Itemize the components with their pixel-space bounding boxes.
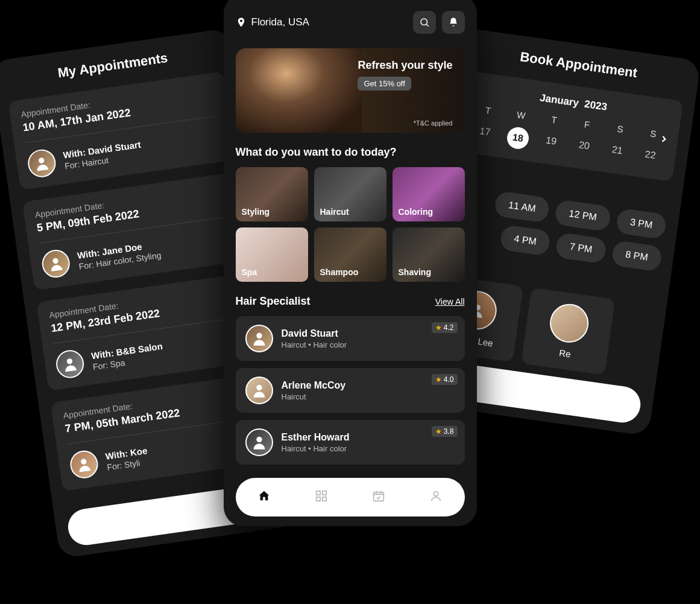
svg-rect-11 xyxy=(317,497,320,501)
time-slot[interactable]: 4 PM xyxy=(499,224,551,256)
avatar xyxy=(26,148,57,179)
rating-badge: ★4.2 xyxy=(432,322,458,333)
home-icon[interactable] xyxy=(175,509,177,520)
category-shaving[interactable]: Shaving xyxy=(393,227,465,282)
svg-point-5 xyxy=(421,19,427,25)
svg-point-14 xyxy=(434,492,438,496)
svg-rect-9 xyxy=(317,491,320,495)
notifications-button[interactable] xyxy=(442,11,465,34)
time-slot[interactable]: 11 AM xyxy=(494,191,550,223)
specialist-services: Haircut xyxy=(282,392,346,401)
specialist-services: Haircut • Hair color xyxy=(282,444,350,453)
specialist-card[interactable]: David Stuart Haircut • Hair color ★4.2 xyxy=(236,316,465,361)
star-icon: ★ xyxy=(435,375,442,384)
rating-badge: ★3.8 xyxy=(432,426,458,437)
specialist-name: Esther Howard xyxy=(282,432,350,443)
specialist-title: Hair Specialist xyxy=(236,295,311,308)
avatar xyxy=(54,348,86,380)
avatar xyxy=(245,325,273,352)
svg-point-8 xyxy=(256,437,262,442)
category-coloring[interactable]: Coloring xyxy=(393,167,465,221)
specialist-mini-card[interactable]: Re xyxy=(521,287,615,375)
calendar-day-selected[interactable]: 18 xyxy=(506,126,531,151)
location-pin-icon xyxy=(236,17,247,28)
calendar-day[interactable]: 20 xyxy=(567,135,601,161)
svg-point-1 xyxy=(52,258,59,264)
svg-rect-10 xyxy=(323,491,326,495)
bell-icon xyxy=(448,17,459,28)
category-styling[interactable]: Styling xyxy=(236,167,308,221)
specialist-name: David Stuart xyxy=(282,328,347,339)
time-slot[interactable]: 7 PM xyxy=(555,232,607,264)
category-haircut[interactable]: Haircut xyxy=(314,167,386,221)
svg-point-2 xyxy=(66,358,73,364)
search-button[interactable] xyxy=(413,11,436,34)
location-text: Florida, USA xyxy=(251,16,309,28)
nav-profile[interactable] xyxy=(429,489,443,505)
star-icon: ★ xyxy=(435,427,442,436)
specialist-services: Haircut • Hair color xyxy=(282,340,347,349)
promo-title: Refresh your style xyxy=(358,59,452,72)
svg-point-0 xyxy=(38,157,45,164)
home-screen: Florida, USA Refresh your style Get 15% … xyxy=(224,0,477,526)
specialist-header: Hair Specialist View All xyxy=(236,295,465,308)
category-question: What do you want to do today? xyxy=(236,146,465,159)
category-grid: Styling Haircut Coloring Spa Shampoo Sha… xyxy=(236,167,465,282)
time-slot[interactable]: 8 PM xyxy=(611,240,663,272)
bottom-nav xyxy=(236,478,465,517)
search-icon xyxy=(419,17,430,28)
promo-banner[interactable]: Refresh your style Get 15% off *T&C appl… xyxy=(236,48,465,133)
avatar xyxy=(245,377,273,404)
avatar xyxy=(547,302,591,345)
svg-point-7 xyxy=(256,385,262,390)
star-icon: ★ xyxy=(435,323,442,332)
avatar xyxy=(69,449,100,480)
category-spa[interactable]: Spa xyxy=(236,227,308,282)
view-all-link[interactable]: View All xyxy=(435,297,465,307)
svg-rect-12 xyxy=(323,497,326,501)
calendar-card: January 2023 TWT FSS 17 18 19 20 21 22 xyxy=(457,71,683,182)
svg-point-6 xyxy=(256,333,262,339)
promo-terms: *T&C applied xyxy=(414,119,453,127)
svg-point-3 xyxy=(81,459,87,465)
specialist-card[interactable]: Esther Howard Haircut • Hair color ★3.8 xyxy=(236,420,465,465)
promo-image xyxy=(236,48,362,133)
svg-rect-13 xyxy=(374,492,384,501)
nav-calendar[interactable] xyxy=(372,489,385,505)
appointment-card[interactable]: Appointment Date: 5 PM, 09th Feb 2022 Wi… xyxy=(22,172,250,291)
chevron-right-icon[interactable] xyxy=(657,133,670,147)
avatar xyxy=(245,428,273,456)
specialist-name: Re xyxy=(558,348,571,360)
nav-home[interactable] xyxy=(257,489,271,505)
calendar-day[interactable]: 21 xyxy=(600,139,634,165)
location-display[interactable]: Florida, USA xyxy=(236,16,309,28)
category-shampoo[interactable]: Shampoo xyxy=(314,227,386,282)
specialist-card[interactable]: Arlene McCoy Haircut ★4.0 xyxy=(236,368,465,413)
avatar xyxy=(40,248,72,279)
time-slot[interactable]: 3 PM xyxy=(615,208,667,240)
promo-offer-pill: Get 15% off xyxy=(358,77,411,91)
time-slot[interactable]: 12 PM xyxy=(554,199,611,232)
calendar-day[interactable]: 22 xyxy=(633,144,667,170)
top-bar: Florida, USA xyxy=(236,7,465,37)
specialist-name: Arlene McCoy xyxy=(282,380,346,391)
appointment-card[interactable]: Appointment Date: 10 AM, 17th Jan 2022 W… xyxy=(8,71,236,190)
nav-grid[interactable] xyxy=(315,489,328,505)
calendar-day[interactable]: 19 xyxy=(534,130,568,156)
rating-badge: ★4.0 xyxy=(432,374,458,385)
